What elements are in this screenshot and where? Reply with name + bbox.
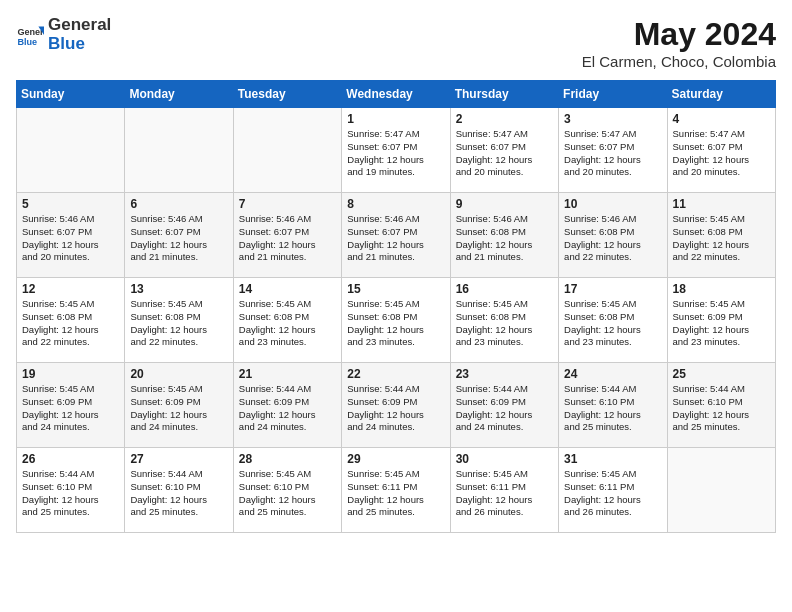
calendar-cell bbox=[233, 108, 341, 193]
weekday-header-wednesday: Wednesday bbox=[342, 81, 450, 108]
cell-details: Sunrise: 5:44 AM Sunset: 6:10 PM Dayligh… bbox=[564, 383, 661, 434]
day-number: 6 bbox=[130, 197, 227, 211]
title-area: May 2024 El Carmen, Choco, Colombia bbox=[582, 16, 776, 70]
day-number: 16 bbox=[456, 282, 553, 296]
logo-general-text: General bbox=[48, 16, 111, 35]
day-number: 27 bbox=[130, 452, 227, 466]
weekday-header-saturday: Saturday bbox=[667, 81, 775, 108]
cell-details: Sunrise: 5:47 AM Sunset: 6:07 PM Dayligh… bbox=[564, 128, 661, 179]
calendar-cell: 22Sunrise: 5:44 AM Sunset: 6:09 PM Dayli… bbox=[342, 363, 450, 448]
day-number: 15 bbox=[347, 282, 444, 296]
cell-details: Sunrise: 5:45 AM Sunset: 6:08 PM Dayligh… bbox=[456, 298, 553, 349]
cell-details: Sunrise: 5:46 AM Sunset: 6:07 PM Dayligh… bbox=[239, 213, 336, 264]
day-number: 10 bbox=[564, 197, 661, 211]
weekday-header-monday: Monday bbox=[125, 81, 233, 108]
calendar-cell: 19Sunrise: 5:45 AM Sunset: 6:09 PM Dayli… bbox=[17, 363, 125, 448]
calendar-cell: 25Sunrise: 5:44 AM Sunset: 6:10 PM Dayli… bbox=[667, 363, 775, 448]
day-number: 13 bbox=[130, 282, 227, 296]
day-number: 26 bbox=[22, 452, 119, 466]
calendar-cell: 30Sunrise: 5:45 AM Sunset: 6:11 PM Dayli… bbox=[450, 448, 558, 533]
calendar-cell: 7Sunrise: 5:46 AM Sunset: 6:07 PM Daylig… bbox=[233, 193, 341, 278]
cell-details: Sunrise: 5:45 AM Sunset: 6:08 PM Dayligh… bbox=[22, 298, 119, 349]
calendar-cell: 4Sunrise: 5:47 AM Sunset: 6:07 PM Daylig… bbox=[667, 108, 775, 193]
cell-details: Sunrise: 5:46 AM Sunset: 6:08 PM Dayligh… bbox=[564, 213, 661, 264]
cell-details: Sunrise: 5:46 AM Sunset: 6:07 PM Dayligh… bbox=[130, 213, 227, 264]
day-number: 4 bbox=[673, 112, 770, 126]
day-number: 24 bbox=[564, 367, 661, 381]
calendar-cell: 31Sunrise: 5:45 AM Sunset: 6:11 PM Dayli… bbox=[559, 448, 667, 533]
cell-details: Sunrise: 5:44 AM Sunset: 6:10 PM Dayligh… bbox=[130, 468, 227, 519]
day-number: 5 bbox=[22, 197, 119, 211]
day-number: 2 bbox=[456, 112, 553, 126]
logo-blue-text: Blue bbox=[48, 35, 111, 54]
day-number: 22 bbox=[347, 367, 444, 381]
cell-details: Sunrise: 5:44 AM Sunset: 6:09 PM Dayligh… bbox=[347, 383, 444, 434]
day-number: 28 bbox=[239, 452, 336, 466]
calendar-cell: 14Sunrise: 5:45 AM Sunset: 6:08 PM Dayli… bbox=[233, 278, 341, 363]
calendar-cell bbox=[17, 108, 125, 193]
day-number: 1 bbox=[347, 112, 444, 126]
weekday-header-sunday: Sunday bbox=[17, 81, 125, 108]
day-number: 9 bbox=[456, 197, 553, 211]
calendar-cell: 24Sunrise: 5:44 AM Sunset: 6:10 PM Dayli… bbox=[559, 363, 667, 448]
calendar-cell: 23Sunrise: 5:44 AM Sunset: 6:09 PM Dayli… bbox=[450, 363, 558, 448]
calendar-cell bbox=[667, 448, 775, 533]
calendar-cell: 12Sunrise: 5:45 AM Sunset: 6:08 PM Dayli… bbox=[17, 278, 125, 363]
day-number: 21 bbox=[239, 367, 336, 381]
calendar-cell: 26Sunrise: 5:44 AM Sunset: 6:10 PM Dayli… bbox=[17, 448, 125, 533]
weekday-header-thursday: Thursday bbox=[450, 81, 558, 108]
weekday-header-tuesday: Tuesday bbox=[233, 81, 341, 108]
svg-text:Blue: Blue bbox=[17, 36, 37, 46]
cell-details: Sunrise: 5:45 AM Sunset: 6:08 PM Dayligh… bbox=[347, 298, 444, 349]
day-number: 8 bbox=[347, 197, 444, 211]
day-number: 3 bbox=[564, 112, 661, 126]
day-number: 30 bbox=[456, 452, 553, 466]
cell-details: Sunrise: 5:45 AM Sunset: 6:09 PM Dayligh… bbox=[130, 383, 227, 434]
day-number: 25 bbox=[673, 367, 770, 381]
calendar-cell: 2Sunrise: 5:47 AM Sunset: 6:07 PM Daylig… bbox=[450, 108, 558, 193]
header: General Blue General Blue May 2024 El Ca… bbox=[16, 16, 776, 70]
cell-details: Sunrise: 5:47 AM Sunset: 6:07 PM Dayligh… bbox=[456, 128, 553, 179]
cell-details: Sunrise: 5:44 AM Sunset: 6:10 PM Dayligh… bbox=[673, 383, 770, 434]
cell-details: Sunrise: 5:45 AM Sunset: 6:11 PM Dayligh… bbox=[564, 468, 661, 519]
calendar-cell: 13Sunrise: 5:45 AM Sunset: 6:08 PM Dayli… bbox=[125, 278, 233, 363]
cell-details: Sunrise: 5:46 AM Sunset: 6:07 PM Dayligh… bbox=[347, 213, 444, 264]
day-number: 14 bbox=[239, 282, 336, 296]
cell-details: Sunrise: 5:47 AM Sunset: 6:07 PM Dayligh… bbox=[673, 128, 770, 179]
day-number: 7 bbox=[239, 197, 336, 211]
day-number: 23 bbox=[456, 367, 553, 381]
cell-details: Sunrise: 5:46 AM Sunset: 6:07 PM Dayligh… bbox=[22, 213, 119, 264]
calendar-cell: 27Sunrise: 5:44 AM Sunset: 6:10 PM Dayli… bbox=[125, 448, 233, 533]
calendar-cell: 10Sunrise: 5:46 AM Sunset: 6:08 PM Dayli… bbox=[559, 193, 667, 278]
calendar-cell: 1Sunrise: 5:47 AM Sunset: 6:07 PM Daylig… bbox=[342, 108, 450, 193]
cell-details: Sunrise: 5:44 AM Sunset: 6:09 PM Dayligh… bbox=[456, 383, 553, 434]
calendar-cell: 9Sunrise: 5:46 AM Sunset: 6:08 PM Daylig… bbox=[450, 193, 558, 278]
location: El Carmen, Choco, Colombia bbox=[582, 53, 776, 70]
logo: General Blue General Blue bbox=[16, 16, 111, 53]
cell-details: Sunrise: 5:45 AM Sunset: 6:10 PM Dayligh… bbox=[239, 468, 336, 519]
weekday-header-friday: Friday bbox=[559, 81, 667, 108]
cell-details: Sunrise: 5:45 AM Sunset: 6:09 PM Dayligh… bbox=[22, 383, 119, 434]
calendar-cell: 17Sunrise: 5:45 AM Sunset: 6:08 PM Dayli… bbox=[559, 278, 667, 363]
cell-details: Sunrise: 5:44 AM Sunset: 6:10 PM Dayligh… bbox=[22, 468, 119, 519]
cell-details: Sunrise: 5:45 AM Sunset: 6:08 PM Dayligh… bbox=[239, 298, 336, 349]
cell-details: Sunrise: 5:45 AM Sunset: 6:08 PM Dayligh… bbox=[564, 298, 661, 349]
cell-details: Sunrise: 5:45 AM Sunset: 6:11 PM Dayligh… bbox=[347, 468, 444, 519]
day-number: 31 bbox=[564, 452, 661, 466]
cell-details: Sunrise: 5:46 AM Sunset: 6:08 PM Dayligh… bbox=[456, 213, 553, 264]
calendar-cell: 6Sunrise: 5:46 AM Sunset: 6:07 PM Daylig… bbox=[125, 193, 233, 278]
day-number: 19 bbox=[22, 367, 119, 381]
calendar-cell: 11Sunrise: 5:45 AM Sunset: 6:08 PM Dayli… bbox=[667, 193, 775, 278]
logo-icon: General Blue bbox=[16, 21, 44, 49]
cell-details: Sunrise: 5:45 AM Sunset: 6:08 PM Dayligh… bbox=[130, 298, 227, 349]
calendar-cell: 15Sunrise: 5:45 AM Sunset: 6:08 PM Dayli… bbox=[342, 278, 450, 363]
calendar-cell: 16Sunrise: 5:45 AM Sunset: 6:08 PM Dayli… bbox=[450, 278, 558, 363]
cell-details: Sunrise: 5:47 AM Sunset: 6:07 PM Dayligh… bbox=[347, 128, 444, 179]
cell-details: Sunrise: 5:44 AM Sunset: 6:09 PM Dayligh… bbox=[239, 383, 336, 434]
day-number: 29 bbox=[347, 452, 444, 466]
calendar-cell: 8Sunrise: 5:46 AM Sunset: 6:07 PM Daylig… bbox=[342, 193, 450, 278]
cell-details: Sunrise: 5:45 AM Sunset: 6:09 PM Dayligh… bbox=[673, 298, 770, 349]
calendar-cell: 28Sunrise: 5:45 AM Sunset: 6:10 PM Dayli… bbox=[233, 448, 341, 533]
calendar-cell bbox=[125, 108, 233, 193]
day-number: 17 bbox=[564, 282, 661, 296]
